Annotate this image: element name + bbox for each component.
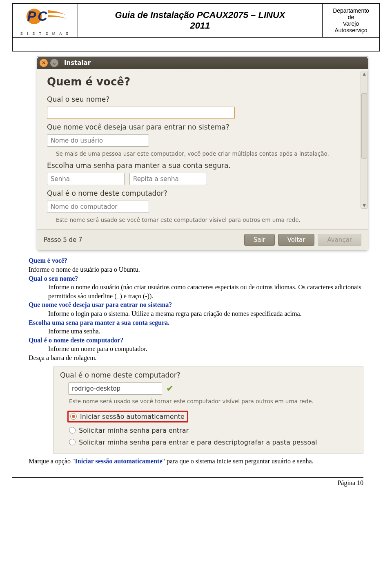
instruction-text: Quem é você? Informe o nome de usuário p… — [29, 256, 363, 362]
hostname-hint: Este nome será usado se você tornar este… — [56, 216, 358, 224]
radio-require-password-encrypt-label: Solicitar minha senha para entrar e para… — [79, 438, 317, 446]
step-indicator: Passo 5 de 7 — [44, 236, 241, 244]
radio-autologin[interactable] — [70, 413, 77, 420]
dept-cell: Departamento de Varejo Autosserviço — [323, 4, 380, 38]
password-confirm-input[interactable] — [129, 173, 207, 185]
minimize-icon[interactable]: ⌄ — [50, 59, 58, 67]
bt-h4: Escolha uma sena para manter a sua conta… — [29, 319, 169, 326]
scroll-up-arrow-icon[interactable]: ▲ — [361, 71, 368, 77]
bt-p5: Informe um nome para o computador. — [48, 344, 363, 353]
login-question-label: Que nome você deseja usar para entrar no… — [47, 123, 358, 131]
password-question-label: Escolha uma senha para manter a sua cont… — [47, 161, 358, 170]
bt-h5: Qual é o nome deste computador? — [29, 337, 123, 344]
window-titlebar: ✕ ⌄ Instalar — [37, 57, 368, 69]
next-button[interactable]: Avançar — [318, 234, 361, 246]
svg-text:P: P — [27, 9, 36, 24]
logo-subtitle: S I S T E M A S — [16, 31, 74, 36]
ss2-hostname-input[interactable] — [68, 382, 162, 395]
logo-cell: P C S I S T E M A S — [13, 4, 78, 38]
radio-require-password[interactable] — [69, 427, 76, 434]
password-input[interactable] — [47, 173, 125, 185]
username-hint: Se mais de uma pessoa usar este computad… — [56, 150, 358, 157]
bt-p1: Informe o nome de usuário para o Ubuntu. — [29, 265, 363, 274]
scroll-down-arrow-icon[interactable]: ▼ — [361, 203, 368, 208]
pc-sistemas-logo: P C — [21, 5, 70, 30]
installer-bottombar: Passo 5 de 7 Sair Voltar Avançar — [37, 229, 368, 250]
scrollbar[interactable]: ▲ ▼ — [361, 71, 368, 209]
name-input[interactable] — [47, 107, 235, 119]
hostname-input[interactable] — [47, 201, 149, 213]
quit-button[interactable]: Sair — [244, 234, 275, 246]
svg-text:C: C — [38, 9, 47, 24]
header-empty-row — [13, 38, 380, 51]
radio-require-password-label: Solicitar minha senha para entrar — [79, 427, 189, 434]
hostname-question-label: Qual é o nome deste computador? — [47, 189, 358, 197]
page-number: Página 10 — [12, 477, 363, 487]
back-button[interactable]: Voltar — [278, 234, 315, 246]
ubuntu-hostname-radio-panel: Qual é o nome deste computador? ✔ Este n… — [53, 367, 363, 454]
radio-autologin-highlighted: Iniciar sessão automaticamente — [67, 411, 188, 422]
name-question-label: Qual o seu nome? — [47, 95, 358, 103]
ss2-hostname-label: Qual é o nome deste computador? — [60, 371, 356, 379]
close-icon[interactable]: ✕ — [40, 59, 48, 67]
radio-require-password-encrypt[interactable] — [69, 439, 76, 445]
bt-p3: Informe o login para o sistema. Utilize … — [48, 309, 363, 318]
bt-h3: Que nome você deseja usar para entrar no… — [29, 301, 172, 308]
bt-h2: Qual o seu nome? — [29, 275, 78, 282]
doc-header: P C S I S T E M A S Guia de Instalação P… — [12, 3, 380, 51]
username-input[interactable] — [47, 134, 149, 147]
bt-h1: Quem é você? — [29, 257, 67, 264]
bt-p2: Informe o nome do usuário (não criar usu… — [48, 283, 363, 300]
scroll-thumb[interactable] — [361, 93, 367, 159]
step-heading: Quem é você? — [47, 76, 358, 88]
check-icon: ✔ — [166, 383, 174, 393]
doc-title-line1: Guia de Instalação PCAUX2075 – LINUX — [115, 10, 285, 20]
footer-instruction: Marque a opção "Iniciar sessão automatic… — [29, 458, 363, 465]
radio-autologin-label: Iniciar sessão automaticamente — [80, 413, 185, 420]
doc-title-line2: 2011 — [190, 20, 210, 31]
window-title: Instalar — [64, 59, 91, 67]
ss2-hostname-hint: Este nome será usado se você tornar este… — [69, 398, 356, 405]
ubuntu-installer-window: ✕ ⌄ Instalar ▲ ▼ Quem é você? Qual o seu… — [37, 56, 368, 250]
bt-p4: Informe uma senha. — [48, 327, 363, 336]
bt-p6: Desça a barra de rolagem. — [29, 353, 363, 362]
doc-title-cell: Guia de Instalação PCAUX2075 – LINUX 201… — [78, 4, 323, 38]
